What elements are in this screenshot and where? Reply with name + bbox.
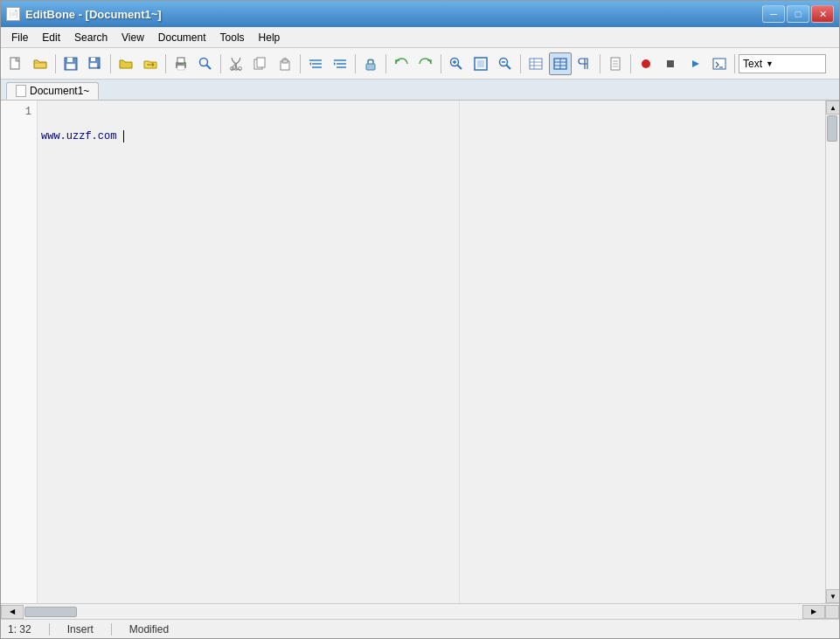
- editor-content[interactable]: www.uzzf.com: [38, 101, 459, 603]
- separator-8: [441, 54, 441, 73]
- find-button[interactable]: [194, 52, 217, 75]
- separator-10: [600, 54, 600, 73]
- menu-file[interactable]: File: [4, 30, 35, 45]
- editor-scroll-area[interactable]: www.uzzf.com ▲ ▼: [38, 101, 839, 603]
- window-title: EditBone - [Document1~]: [25, 8, 162, 21]
- status-sep-1: [49, 623, 50, 636]
- status-sep-2: [111, 623, 112, 636]
- dropdown-arrow-icon: ▼: [766, 59, 774, 68]
- titlebar: 📄 EditBone - [Document1~] ─ □ ✕: [1, 1, 839, 27]
- svg-rect-6: [90, 63, 97, 67]
- vertical-scrollbar[interactable]: ▲ ▼: [825, 101, 839, 603]
- svg-point-11: [183, 63, 184, 65]
- separator-9: [520, 54, 521, 73]
- separator-6: [355, 54, 356, 73]
- play-button[interactable]: [684, 52, 706, 75]
- zoom-out-button[interactable]: [494, 52, 517, 75]
- view-para-button[interactable]: [573, 52, 596, 75]
- cut-button[interactable]: [225, 52, 247, 75]
- document-state: Modified: [129, 623, 169, 636]
- save-button[interactable]: [59, 52, 82, 75]
- scroll-left-button[interactable]: ◀: [1, 605, 24, 619]
- scroll-thumb[interactable]: [827, 115, 837, 142]
- scroll-track: [826, 115, 839, 589]
- text-type-label: Text: [743, 58, 762, 70]
- svg-rect-50: [667, 60, 674, 67]
- line-text: www.uzzf.com: [41, 130, 116, 142]
- editor-container: 1 www.uzzf.com ▲ ▼: [1, 101, 839, 603]
- separator-5: [300, 54, 301, 73]
- undo-button[interactable]: [390, 52, 413, 75]
- text-type-dropdown[interactable]: Text ▼: [739, 54, 826, 73]
- separator-2: [110, 54, 111, 73]
- hscrollbar-area: ◀ ▶: [1, 603, 839, 619]
- page-layout-button[interactable]: [604, 52, 627, 75]
- menu-edit[interactable]: Edit: [35, 30, 67, 45]
- menu-tools[interactable]: Tools: [213, 30, 252, 45]
- close-button[interactable]: ✕: [811, 5, 834, 23]
- macro-button[interactable]: [708, 52, 731, 75]
- cursor-position: 1: 32: [8, 623, 31, 636]
- open-folder2-button[interactable]: [139, 52, 162, 75]
- menu-help[interactable]: Help: [252, 30, 288, 45]
- readonly-button[interactable]: [359, 52, 382, 75]
- svg-rect-17: [257, 58, 265, 67]
- separator-3: [165, 54, 166, 73]
- save-as-button[interactable]: +: [84, 52, 107, 75]
- titlebar-left: 📄 EditBone - [Document1~]: [6, 7, 162, 21]
- minimize-button[interactable]: ─: [762, 5, 785, 23]
- tab-label: Document1~: [30, 85, 89, 97]
- open-folder-button[interactable]: [115, 52, 137, 75]
- scroll-up-button[interactable]: ▲: [826, 101, 839, 115]
- line-numbers: 1: [1, 101, 38, 603]
- svg-rect-37: [530, 59, 542, 69]
- menubar: File Edit Search View Document Tools Hel…: [1, 27, 839, 48]
- paste-button[interactable]: [274, 52, 296, 75]
- separator-7: [385, 54, 386, 73]
- view-table-button[interactable]: [549, 52, 572, 75]
- stop-button[interactable]: [659, 52, 682, 75]
- zoom-in-button[interactable]: [445, 52, 468, 75]
- hscroll-track: [24, 605, 802, 619]
- statusbar: 1: 32 Insert Modified: [1, 619, 839, 638]
- indent-button[interactable]: [304, 52, 327, 75]
- maximize-button[interactable]: □: [787, 5, 809, 23]
- copy-button[interactable]: [249, 52, 272, 75]
- redo-button[interactable]: [414, 52, 437, 75]
- separator-4: [220, 54, 221, 73]
- scroll-down-button[interactable]: ▼: [826, 589, 839, 603]
- svg-text:+: +: [97, 65, 101, 71]
- menu-view[interactable]: View: [115, 30, 151, 45]
- editor-line-1: www.uzzf.com: [41, 128, 455, 144]
- print-button[interactable]: [170, 52, 192, 75]
- editor-mode: Insert: [67, 623, 94, 636]
- svg-rect-3: [66, 64, 75, 69]
- svg-point-12: [200, 58, 208, 66]
- svg-rect-9: [177, 58, 184, 63]
- svg-line-35: [507, 65, 511, 69]
- svg-rect-2: [67, 58, 73, 62]
- svg-rect-5: [91, 58, 95, 61]
- svg-line-13: [207, 65, 212, 69]
- svg-line-29: [458, 65, 462, 69]
- svg-rect-33: [477, 60, 484, 67]
- separator-11: [630, 54, 631, 73]
- outdent-button[interactable]: [329, 52, 351, 75]
- editor-main-panel: www.uzzf.com: [38, 101, 460, 603]
- svg-point-49: [642, 59, 650, 68]
- text-cursor: [116, 130, 123, 142]
- open-button[interactable]: [29, 52, 52, 75]
- line-number-1: 1: [1, 104, 31, 120]
- menu-search[interactable]: Search: [67, 30, 115, 45]
- document-tab-0[interactable]: Document1~: [6, 82, 99, 100]
- menu-document[interactable]: Document: [151, 30, 213, 45]
- new-button[interactable]: [4, 52, 27, 75]
- tab-file-icon: [16, 85, 26, 97]
- record-button[interactable]: [635, 52, 657, 75]
- zoom-fit-button[interactable]: [469, 52, 492, 75]
- view-list-button[interactable]: [524, 52, 547, 75]
- main-window: 📄 EditBone - [Document1~] ─ □ ✕ File Edi…: [0, 0, 840, 639]
- scroll-right-button[interactable]: ▶: [802, 605, 825, 619]
- hscroll-thumb[interactable]: [24, 607, 77, 617]
- app-icon: 📄: [6, 7, 20, 21]
